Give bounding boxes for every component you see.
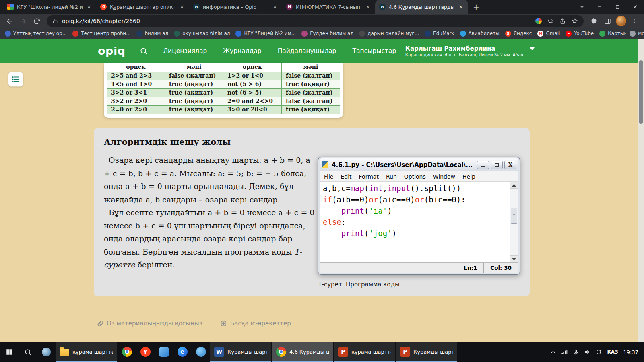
- back-button[interactable]: [3, 15, 15, 27]
- hidden-icons-chevron-icon[interactable]: [550, 349, 556, 355]
- site-info-lock-icon[interactable]: [52, 18, 58, 24]
- forward-button[interactable]: [17, 15, 29, 27]
- side-panel-button[interactable]: [601, 15, 613, 27]
- opiq-logo[interactable]: opiq: [98, 45, 125, 57]
- bookmark-item[interactable]: Тест центр пробн...: [72, 31, 130, 37]
- browser-menu-button[interactable]: [629, 15, 641, 27]
- code-token: ().split()): [410, 184, 461, 193]
- taskbar-button[interactable]: [192, 342, 210, 362]
- idle-maximize-button[interactable]: [491, 161, 503, 169]
- taskbar-button[interactable]: құрама шарттар: [56, 342, 117, 362]
- scroll-thumb[interactable]: [511, 208, 517, 224]
- bookmark-item[interactable]: Гулден билим ал: [301, 31, 353, 37]
- bookmark-item[interactable]: MGmail: [537, 31, 560, 37]
- google-search-icon[interactable]: [535, 18, 542, 24]
- tab-close-icon[interactable]: ×: [272, 4, 278, 10]
- site-search-button[interactable]: [140, 47, 148, 55]
- omnibox-actions: [535, 18, 578, 24]
- address-bar[interactable]: opiq.kz/kit/66/chapter/2660: [47, 15, 584, 27]
- code-editor[interactable]: a,b,c=map(int,input().split())if(a+b==0)…: [320, 182, 510, 262]
- bookmark-item[interactable]: билим ал: [136, 31, 169, 37]
- more-actions-button[interactable]: Басқа іс-әрекеттер: [220, 320, 291, 327]
- nav-item[interactable]: Лицензиялар: [163, 47, 207, 55]
- browser-tab[interactable]: oинформатика – Opiq×: [189, 0, 282, 14]
- app-blue-icon: [159, 347, 169, 357]
- menu-item[interactable]: Help: [462, 173, 475, 180]
- bookmarks-overflow-icon[interactable]: »: [623, 30, 626, 37]
- profile-button[interactable]: [615, 15, 627, 27]
- taskbar-app-circle-button[interactable]: [37, 342, 56, 362]
- window-minimize-button[interactable]: [591, 0, 609, 14]
- taskbar-button[interactable]: 4.6 Құрамды шартта...: [272, 342, 333, 362]
- bookmark-item[interactable]: оқушылар білім ал: [174, 31, 230, 37]
- browser-tab[interactable]: КГУ "Школа- лицей №2 имени×: [3, 0, 96, 14]
- bookmark-item[interactable]: Карты: [599, 31, 624, 37]
- bookmark-item[interactable]: EduMark: [425, 31, 454, 37]
- browser-tab[interactable]: ЯҚұрамды шарттар опик - Поиск×: [96, 0, 189, 14]
- yandex-icon: Y: [140, 347, 151, 357]
- menu-item[interactable]: Window: [433, 173, 455, 180]
- url-text[interactable]: opiq.kz/kit/66/chapter/2660: [62, 18, 531, 24]
- extensions-button[interactable]: [588, 15, 600, 27]
- idle-close-button[interactable]: X: [504, 161, 516, 169]
- reload-button[interactable]: [31, 15, 43, 27]
- idle-titlebar[interactable]: 4.6.1.py - C:\Users\User\AppData\Local\.…: [320, 158, 518, 171]
- window-maximize-button[interactable]: [609, 0, 626, 14]
- page-scrollbar[interactable]: [638, 39, 644, 342]
- idle-minimize-button[interactable]: [477, 161, 489, 169]
- share-icon[interactable]: [559, 18, 566, 24]
- bookmark-star-icon[interactable]: [572, 18, 578, 24]
- bookmark-item[interactable]: моя: [630, 31, 644, 37]
- taskbar-button[interactable]: [118, 342, 136, 362]
- microphone-icon[interactable]: [573, 349, 579, 355]
- language-indicator[interactable]: ҚАЗ: [607, 349, 618, 355]
- tab-close-icon[interactable]: ×: [365, 4, 371, 10]
- new-tab-button[interactable]: +: [471, 1, 482, 12]
- clock[interactable]: 19:37: [623, 349, 638, 355]
- taskbar-button[interactable]: Pқұрама шарттар .ppt...: [334, 342, 395, 362]
- bookmark-item[interactable]: Ұлттық тестілеу ор...: [5, 31, 67, 37]
- tab-close-icon[interactable]: ×: [458, 4, 464, 10]
- window-close-button[interactable]: [626, 0, 644, 14]
- tab-close-icon[interactable]: ×: [179, 4, 185, 10]
- browser-tab[interactable]: ИИНФОРМАТИКА 7-сынып×: [282, 0, 375, 14]
- bookmark-label: Яндекс: [514, 31, 532, 36]
- menu-item[interactable]: File: [324, 173, 333, 180]
- taskbar-button[interactable]: e: [173, 342, 192, 362]
- bookmark-item[interactable]: КГУ "Лицей №2 им...: [235, 31, 296, 37]
- taskbar-button[interactable]: PҚұрамды шарттар 7 ...: [396, 342, 457, 362]
- menu-item[interactable]: Options: [404, 173, 426, 180]
- toc-button[interactable]: [8, 72, 23, 87]
- menu-item[interactable]: Run: [386, 173, 397, 180]
- tab-close-icon[interactable]: ×: [86, 4, 92, 10]
- scroll-up-icon[interactable]: [510, 182, 518, 189]
- nav-item[interactable]: Пайдаланушылар: [278, 47, 336, 55]
- bookmark-item[interactable]: дарын онлайн муг...: [359, 31, 419, 37]
- add-material-button[interactable]: Өз материалыңызды қосыңыз: [97, 320, 202, 327]
- menu-item[interactable]: Edit: [341, 173, 351, 180]
- taskbar-search-button[interactable]: [19, 342, 37, 362]
- code-token: (a+b==0): [332, 195, 369, 204]
- tab-search-button[interactable]: [573, 0, 591, 14]
- volume-icon[interactable]: [584, 349, 590, 355]
- network-icon[interactable]: [561, 349, 568, 355]
- nav-item[interactable]: Тапсырыстар: [352, 47, 396, 55]
- browser-tab[interactable]: o4.6 Құрамды шарттарды програ×: [375, 0, 468, 14]
- bookmark-item[interactable]: ▶YouTube: [566, 31, 594, 37]
- nav-item[interactable]: Журналдар: [223, 47, 261, 55]
- menu-item[interactable]: Format: [359, 173, 379, 180]
- page-scrollbar-thumb[interactable]: [639, 60, 643, 124]
- taskbar-button[interactable]: [155, 342, 173, 362]
- shield-icon[interactable]: [596, 349, 602, 355]
- bookmark-item[interactable]: Авиабилеты: [460, 31, 500, 37]
- idle-scrollbar[interactable]: [510, 182, 518, 262]
- scroll-down-icon[interactable]: [510, 255, 518, 262]
- bookmark-label: Гулден билим ал: [310, 31, 353, 36]
- user-menu[interactable]: Карлыгаш Рахимберлина Карагандинская обл…: [405, 45, 535, 57]
- start-button[interactable]: [0, 342, 19, 362]
- taskbar-button[interactable]: WҚұрамды шарттар .d...: [210, 342, 271, 362]
- zoom-icon[interactable]: [547, 18, 554, 24]
- bookmark-item[interactable]: ЯЯндекс: [505, 31, 532, 37]
- minimize-icon: [597, 4, 603, 10]
- taskbar-button[interactable]: Y: [136, 342, 155, 362]
